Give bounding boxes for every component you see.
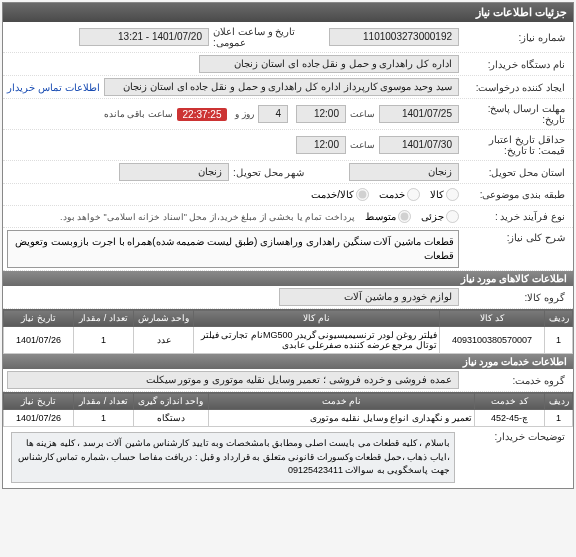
cell-unit: عدد (134, 327, 194, 354)
title-label: شرح کلی نیاز: (459, 230, 569, 245)
col-date: تاریخ نیاز (4, 310, 74, 327)
panel-title: جزئیات اطلاعات نیاز (3, 3, 573, 22)
deadline-label: مهلت ارسال پاسخ: تاریخ: (459, 101, 569, 127)
goods-header: اطلاعات کالاهای مورد نیاز (3, 271, 573, 286)
row-need-number: شماره نیاز: 1101003273000192 تاریخ و ساع… (3, 22, 573, 53)
deadline-label-2: تاریخ: (542, 114, 565, 125)
remaining-badge: 22:37:25 (177, 108, 228, 121)
scol-name: نام خدمت (209, 393, 475, 410)
col-row: ردیف (545, 310, 573, 327)
notes-text: باسلام ، کلیه قطعات می بایست اصلی ومطابق… (11, 432, 455, 483)
services-group-value: عمده فروشی و خرده فروشی ؛ تعمیر وسایل نق… (7, 371, 459, 389)
row-services-group: گروه خدمت: عمده فروشی و خرده فروشی ؛ تعم… (3, 369, 573, 392)
category-radios: کالا خدمت کالا/خدمت (311, 188, 459, 201)
proc-note: پرداخت تمام یا بخشی از مبلغ خرید،از محل … (60, 212, 355, 222)
goods-table: ردیف کد کالا نام کالا واحد شمارش تعداد /… (3, 309, 573, 354)
row-org: نام دستگاه خریدار: اداره کل راهداری و حم… (3, 53, 573, 76)
scol-row: ردیف (545, 393, 573, 410)
title-value: قطعات ماشین آلات سنگین راهداری وراهسازی … (7, 230, 459, 268)
cell-row: 1 (545, 327, 573, 354)
cell-date: 1401/07/26 (4, 410, 74, 427)
details-panel: جزئیات اطلاعات نیاز شماره نیاز: 11010032… (2, 2, 574, 489)
row-deadline: مهلت ارسال پاسخ: تاریخ: 1401/07/25 ساعت … (3, 99, 573, 130)
time-label-1: ساعت (350, 109, 375, 119)
proc-label: نوع فرآیند خرید : (459, 209, 569, 224)
prov-label: استان محل تحویل: (459, 165, 569, 180)
deadline-time: 12:00 (296, 105, 346, 123)
services-group-label: گروه خدمت: (459, 373, 569, 388)
notes-label: توضیحات خریدار: (459, 429, 569, 444)
row-notes: توضیحات خریدار: باسلام ، کلیه قطعات می ب… (3, 427, 573, 488)
prov-value: زنجان (349, 163, 459, 181)
scol-code: کد خدمت (475, 393, 545, 410)
scol-qty: تعداد / مقدار (74, 393, 134, 410)
need-no-label: شماره نیاز: (459, 30, 569, 45)
org-value: اداره کل راهداری و حمل و نقل جاده ای است… (199, 55, 459, 73)
radio-medium-label: متوسط (365, 211, 396, 222)
days-value: 4 (258, 105, 288, 123)
radio-goods[interactable]: کالا (430, 188, 459, 201)
cell-qty: 1 (74, 410, 134, 427)
valid-label: حداقل تاریخ اعتبار قیمت: تا تاریخ: (459, 132, 569, 158)
services-table: ردیف کد خدمت نام خدمت واحد اندازه گیری ت… (3, 392, 573, 427)
row-creator: ایجاد کننده درخواست: سید وحید موسوی کارپ… (3, 76, 573, 99)
scol-date: تاریخ نیاز (4, 393, 74, 410)
services-header: اطلاعات خدمات مورد نیاز (3, 354, 573, 369)
goods-group-value: لوازم خودرو و ماشین آلات (279, 288, 459, 306)
goods-group-label: گروه کالا: (459, 290, 569, 305)
time-label-2: ساعت (350, 140, 375, 150)
row-process: نوع فرآیند خرید : جزئی متوسط پرداخت تمام… (3, 206, 573, 228)
valid-date: 1401/07/30 (379, 136, 459, 154)
deadline-date: 1401/07/25 (379, 105, 459, 123)
table-row: 14093100380570007فیلتر روغن لودر ترنسیمی… (4, 327, 573, 354)
radio-medium[interactable]: متوسط (365, 210, 411, 223)
creator-value: سید وحید موسوی کارپرداز اداره کل راهداری… (104, 78, 459, 96)
cell-code: 4093100380570007 (440, 327, 545, 354)
col-code: کد کالا (440, 310, 545, 327)
city-value: زنجان (119, 163, 229, 181)
radio-goods-label: کالا (430, 189, 444, 200)
announce-label: تاریخ و ساعت اعلان عمومی: (209, 24, 329, 50)
cat-label: طبقه بندی موضوعی: (459, 187, 569, 202)
deadline-label-1: مهلت ارسال پاسخ: (488, 103, 565, 114)
row-title: شرح کلی نیاز: قطعات ماشین آلات سنگین راه… (3, 228, 573, 271)
valid-label-1: حداقل تاریخ اعتبار (489, 134, 565, 145)
city-label: شهر محل تحویل: (229, 165, 349, 180)
cell-name: تعمیر و نگهداری انواع وسایل نقلیه موتوری (209, 410, 475, 427)
radio-both-label: کالا/خدمت (311, 189, 354, 200)
row-goods-group: گروه کالا: لوازم خودرو و ماشین آلات (3, 286, 573, 309)
cell-code: چ-45-452 (475, 410, 545, 427)
cell-unit: دستگاه (134, 410, 209, 427)
radio-service-label: خدمت (379, 189, 405, 200)
cell-name: فیلتر روغن لودر ترنسیمیسیونی گریدر MG500… (194, 327, 440, 354)
process-radios: جزئی متوسط (365, 210, 459, 223)
radio-both[interactable]: کالا/خدمت (311, 188, 369, 201)
cell-row: 1 (545, 410, 573, 427)
remain-label: ساعت باقی مانده (104, 109, 173, 119)
org-label: نام دستگاه خریدار: (459, 57, 569, 72)
need-no-value: 1101003273000192 (329, 28, 459, 46)
col-qty: تعداد / مقدار (74, 310, 134, 327)
radio-partial[interactable]: جزئی (421, 210, 459, 223)
col-name: نام کالا (194, 310, 440, 327)
cell-date: 1401/07/26 (4, 327, 74, 354)
radio-service[interactable]: خدمت (379, 188, 420, 201)
table-row: 1چ-45-452تعمیر و نگهداری انواع وسایل نقل… (4, 410, 573, 427)
radio-partial-label: جزئی (421, 211, 444, 222)
contact-link[interactable]: اطلاعات تماس خریدار (7, 82, 100, 93)
row-valid: حداقل تاریخ اعتبار قیمت: تا تاریخ: 1401/… (3, 130, 573, 161)
creator-label: ایجاد کننده درخواست: (459, 80, 569, 95)
row-province: استان محل تحویل: زنجان شهر محل تحویل: زن… (3, 161, 573, 184)
day-label: روز و (235, 109, 254, 119)
announce-value: 1401/07/20 - 13:21 (79, 28, 209, 46)
cell-qty: 1 (74, 327, 134, 354)
row-category: طبقه بندی موضوعی: کالا خدمت کالا/خدمت (3, 184, 573, 206)
valid-time: 12:00 (296, 136, 346, 154)
scol-unit: واحد اندازه گیری (134, 393, 209, 410)
valid-label-2: قیمت: تا تاریخ: (504, 145, 565, 156)
col-unit: واحد شمارش (134, 310, 194, 327)
